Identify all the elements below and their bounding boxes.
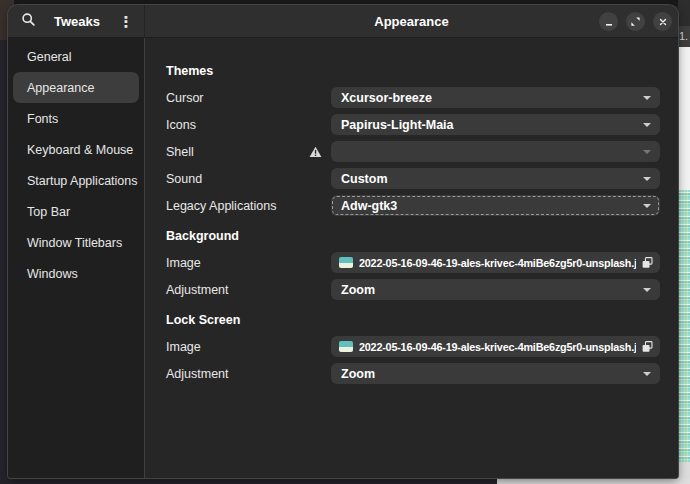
app-title: Tweaks: [40, 14, 114, 29]
minimize-button[interactable]: [599, 12, 618, 31]
desktop-wallpaper-meadow: [678, 190, 690, 462]
lock-screen-image-row: Image 2022-05-16-09-46-19-ales-krivec-4m…: [166, 336, 660, 357]
background-image-filename: 2022-05-16-09-46-19-ales-krivec-4miBe6zg…: [359, 257, 636, 269]
icons-label: Icons: [166, 118, 331, 132]
sidebar-item-fonts[interactable]: Fonts: [13, 103, 139, 134]
lock-screen-image-filename: 2022-05-16-09-46-19-ales-krivec-4miBe6zg…: [359, 341, 636, 353]
icons-value: Papirus-Light-Maia: [341, 118, 454, 132]
sidebar: General Appearance Fonts Keyboard & Mous…: [8, 38, 145, 478]
background-window-bottom: [497, 478, 690, 484]
cursor-label: Cursor: [166, 91, 331, 105]
main-header: Appearance: [145, 5, 678, 38]
lock-screen-adjustment-value: Zoom: [341, 367, 375, 381]
minimize-icon: [604, 17, 614, 27]
sidebar-item-label: Keyboard & Mouse: [27, 143, 133, 157]
legacy-applications-value: Adw-gtk3: [341, 199, 397, 213]
background-image-label: Image: [166, 256, 331, 270]
sound-label: Sound: [166, 172, 331, 186]
sidebar-item-label: Windows: [27, 267, 78, 281]
lock-screen-adjustment-label: Adjustment: [166, 367, 331, 381]
sound-dropdown[interactable]: Custom: [331, 168, 660, 189]
close-icon: [658, 17, 668, 27]
chevron-down-icon: [643, 150, 651, 154]
row-label-text: Sound: [166, 172, 202, 186]
section-heading-background: Background: [166, 229, 660, 244]
sidebar-item-label: Fonts: [27, 112, 58, 126]
sound-value: Custom: [341, 172, 388, 186]
restore-button[interactable]: [626, 12, 645, 31]
desktop-background-right: 1.: [678, 0, 690, 484]
row-label-text: Icons: [166, 118, 196, 132]
sidebar-header: Tweaks ⋮: [8, 5, 145, 38]
sidebar-item-label: Window Titlebars: [27, 236, 122, 250]
chevron-down-icon: [643, 204, 651, 208]
row-label-text: Image: [166, 256, 201, 270]
chevron-down-icon: [643, 96, 651, 100]
shell-label: Shell: [166, 145, 331, 159]
chevron-down-icon: [643, 123, 651, 127]
lock-screen-section: Lock Screen Image 2022-05-16-09-46-19-al…: [166, 313, 660, 384]
shell-row: Shell: [166, 141, 660, 162]
background-adjustment-dropdown[interactable]: Zoom: [331, 279, 660, 300]
background-section: Background Image 2022-05-16-09-46-19-ale…: [166, 229, 660, 300]
icons-row: Icons Papirus-Light-Maia: [166, 114, 660, 135]
cursor-row: Cursor Xcursor-breeze: [166, 87, 660, 108]
background-adjustment-label: Adjustment: [166, 283, 331, 297]
themes-section: Themes Cursor Xcursor-breeze Icons Papir…: [166, 64, 660, 216]
sidebar-item-startup-applications[interactable]: Startup Applications: [13, 165, 139, 196]
sound-row: Sound Custom: [166, 168, 660, 189]
background-window-edge: [678, 0, 690, 26]
menu-button[interactable]: ⋮: [114, 9, 138, 33]
chevron-down-icon: [643, 177, 651, 181]
sidebar-item-top-bar[interactable]: Top Bar: [13, 196, 139, 227]
lock-screen-adjustment-dropdown[interactable]: Zoom: [331, 363, 660, 384]
sidebar-item-keyboard-mouse[interactable]: Keyboard & Mouse: [13, 134, 139, 165]
tweaks-window: Tweaks ⋮ Appearance: [8, 5, 678, 478]
restore-icon: [630, 16, 641, 27]
chevron-down-icon: [643, 288, 651, 292]
row-label-text: Legacy Applications: [166, 199, 277, 213]
row-label-text: Image: [166, 340, 201, 354]
background-window-body: [678, 47, 690, 190]
image-thumbnail-icon: [339, 341, 353, 352]
row-label-text: Shell: [166, 145, 194, 159]
sidebar-item-label: Top Bar: [27, 205, 70, 219]
image-thumbnail-icon: [339, 257, 353, 268]
row-label-text: Adjustment: [166, 367, 229, 381]
sidebar-item-label: General: [27, 50, 71, 64]
menu-dots-icon: ⋮: [119, 14, 134, 29]
cursor-dropdown[interactable]: Xcursor-breeze: [331, 87, 660, 108]
background-adjustment-value: Zoom: [341, 283, 375, 297]
row-label-text: Cursor: [166, 91, 204, 105]
warning-icon: [309, 146, 322, 158]
page-title: Appearance: [374, 14, 448, 29]
search-icon: [21, 12, 36, 31]
legacy-applications-label: Legacy Applications: [166, 199, 331, 213]
section-heading-themes: Themes: [166, 64, 660, 79]
sidebar-item-label: Startup Applications: [27, 174, 138, 188]
section-heading-lock-screen: Lock Screen: [166, 313, 660, 328]
background-adjustment-row: Adjustment Zoom: [166, 279, 660, 300]
icons-dropdown[interactable]: Papirus-Light-Maia: [331, 114, 660, 135]
legacy-applications-dropdown[interactable]: Adw-gtk3: [331, 195, 660, 216]
lock-screen-image-label: Image: [166, 340, 331, 354]
sidebar-item-window-titlebars[interactable]: Window Titlebars: [13, 227, 139, 258]
file-pages-icon: [641, 340, 654, 353]
window-controls: [599, 5, 672, 38]
sidebar-item-appearance[interactable]: Appearance: [13, 72, 139, 103]
background-image-row: Image 2022-05-16-09-46-19-ales-krivec-4m…: [166, 252, 660, 273]
file-pages-icon: [641, 256, 654, 269]
sidebar-item-windows[interactable]: Windows: [13, 258, 139, 289]
legacy-applications-row: Legacy Applications Adw-gtk3: [166, 195, 660, 216]
sidebar-item-label: Appearance: [27, 81, 94, 95]
background-image-chooser[interactable]: 2022-05-16-09-46-19-ales-krivec-4miBe6zg…: [331, 252, 660, 273]
chevron-down-icon: [643, 372, 651, 376]
lock-screen-image-chooser[interactable]: 2022-05-16-09-46-19-ales-krivec-4miBe6zg…: [331, 336, 660, 357]
shell-dropdown[interactable]: [331, 141, 660, 162]
cursor-value: Xcursor-breeze: [341, 91, 432, 105]
search-button[interactable]: [16, 9, 40, 33]
close-button[interactable]: [653, 12, 672, 31]
lock-screen-adjustment-row: Adjustment Zoom: [166, 363, 660, 384]
sidebar-item-general[interactable]: General: [13, 41, 139, 72]
appearance-panel: Themes Cursor Xcursor-breeze Icons Papir…: [145, 38, 678, 478]
